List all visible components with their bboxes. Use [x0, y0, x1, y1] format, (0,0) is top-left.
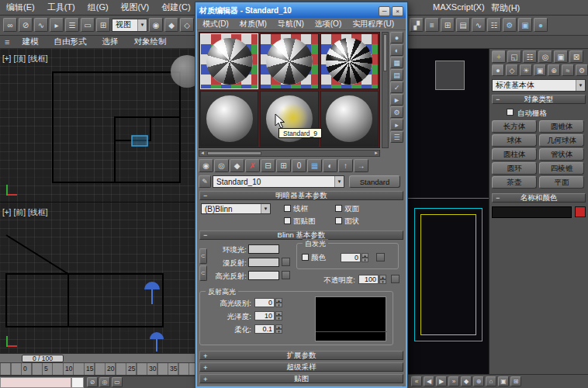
- soften-field[interactable]: 0.1: [254, 324, 275, 334]
- ribbon-tab-object-paint[interactable]: 对象绘制: [126, 35, 174, 49]
- viewport-top[interactable]: [+][顶][线框]: [0, 49, 195, 203]
- time-slider-track[interactable]: 0 / 100: [0, 353, 195, 363]
- viewport-front[interactable]: [+][前][线框]: [0, 203, 195, 353]
- tab-display-icon[interactable]: ▣: [554, 50, 568, 63]
- face-map-checkbox[interactable]: [284, 217, 291, 224]
- select-object-icon[interactable]: ▸: [50, 18, 64, 32]
- viewport-perspective[interactable]: [407, 49, 489, 374]
- menu-edit[interactable]: 编辑(E): [0, 0, 41, 16]
- viewport-view-name[interactable]: [顶]: [13, 54, 26, 63]
- unlink-selection-icon[interactable]: ⊘: [19, 18, 33, 32]
- viewport-shading-mode[interactable]: [线框]: [28, 54, 48, 63]
- assign-material-icon[interactable]: ◆: [230, 159, 244, 172]
- category-spacewarps-icon[interactable]: ≈: [562, 64, 574, 76]
- menu-utilities[interactable]: 实用程序(U): [347, 19, 399, 29]
- category-geometry-icon[interactable]: ●: [492, 64, 504, 76]
- reference-coordinate-dropdown[interactable]: 视图 ▼: [112, 19, 147, 32]
- material-slot[interactable]: [320, 91, 379, 147]
- button-plane[interactable]: 平面: [539, 176, 584, 189]
- bind-to-spacewarp-icon[interactable]: ∿: [34, 18, 48, 32]
- object-type-rollout[interactable]: − 对象类型: [492, 95, 586, 104]
- tab-modify-icon[interactable]: ◱: [507, 50, 521, 63]
- get-material-icon[interactable]: ◉: [199, 159, 213, 172]
- ribbon-tab-freeform[interactable]: 自由形式: [46, 35, 94, 49]
- snap-toggle-icon[interactable]: ◇: [180, 18, 194, 32]
- glossiness-spinner[interactable]: ▴ ▾: [275, 311, 282, 320]
- spinner-down-icon[interactable]: ▾: [275, 329, 282, 334]
- put-to-library-icon[interactable]: ⊞: [276, 159, 291, 172]
- go-forward-to-sibling-icon[interactable]: →: [354, 159, 368, 172]
- button-box[interactable]: 长方体: [492, 120, 537, 133]
- category-cameras-icon[interactable]: ▣: [534, 64, 546, 76]
- show-map-in-viewport-icon[interactable]: ▦: [307, 159, 322, 172]
- go-to-parent-icon[interactable]: ↑: [338, 159, 353, 172]
- category-lights-icon[interactable]: ☀: [520, 64, 532, 76]
- scrollbar-thumb[interactable]: [207, 151, 261, 155]
- layer-manager-icon[interactable]: ⊞: [441, 18, 455, 32]
- category-shapes-icon[interactable]: ◇: [506, 64, 518, 76]
- self-illum-color-checkbox[interactable]: [302, 254, 309, 261]
- select-manipulate-icon[interactable]: ◆: [164, 18, 178, 32]
- menu-navigation[interactable]: 导航(N): [272, 19, 310, 29]
- pick-material-icon[interactable]: ✎: [199, 175, 211, 188]
- maximize-viewport-icon[interactable]: ⊞: [510, 376, 521, 386]
- minimize-icon[interactable]: ─: [379, 6, 390, 16]
- maxscript-mini-listener[interactable]: [0, 377, 71, 388]
- tab-create-icon[interactable]: +: [492, 50, 506, 63]
- material-id-channel-icon[interactable]: 0: [292, 159, 306, 172]
- button-cylinder[interactable]: 圆柱体: [492, 148, 537, 161]
- isolate-selection-icon[interactable]: ▭: [112, 377, 123, 387]
- schematic-view-icon[interactable]: ☷: [487, 18, 501, 32]
- select-by-material-icon[interactable]: ▸: [390, 119, 403, 130]
- material-slot[interactable]: [320, 33, 379, 89]
- scroll-right-icon[interactable]: ►: [374, 151, 379, 155]
- soften-spinner[interactable]: ▴ ▾: [275, 324, 282, 334]
- select-and-link-icon[interactable]: ∞: [3, 18, 17, 32]
- specular-level-field[interactable]: 0: [254, 298, 275, 307]
- go-to-end-icon[interactable]: »: [448, 376, 459, 386]
- menu-maxscript[interactable]: MAXScript(X): [427, 0, 491, 14]
- button-tube[interactable]: 管状体: [539, 148, 584, 161]
- video-color-check-icon[interactable]: ✓: [390, 81, 403, 93]
- viewport-menu-plus[interactable]: [+]: [2, 208, 11, 217]
- menu-create[interactable]: 创建(C): [155, 0, 196, 16]
- material-slot[interactable]: [200, 33, 258, 89]
- reset-map-icon[interactable]: ✗: [245, 159, 260, 172]
- specular-level-spinner[interactable]: ▴ ▾: [275, 298, 282, 307]
- glossiness-field[interactable]: 10: [254, 311, 275, 320]
- button-cone[interactable]: 圆锥体: [539, 120, 584, 133]
- key-mode-icon[interactable]: ◆: [461, 376, 472, 386]
- sample-type-icon[interactable]: ●: [390, 32, 403, 43]
- material-slot[interactable]: [260, 91, 318, 147]
- make-preview-icon[interactable]: ►: [390, 94, 403, 106]
- material-type-button[interactable]: Standard: [349, 175, 400, 188]
- put-material-icon[interactable]: ◎: [214, 159, 229, 172]
- tab-hierarchy-icon[interactable]: ☷: [523, 50, 537, 63]
- diffuse-color-swatch[interactable]: [248, 258, 279, 267]
- menu-views[interactable]: 视图(V): [115, 0, 156, 16]
- show-end-result-icon[interactable]: ◐: [323, 159, 337, 172]
- material-slot[interactable]: [200, 91, 258, 147]
- supersampling-rollout[interactable]: + 超级采样: [199, 362, 403, 372]
- spinner-down-icon[interactable]: ▾: [361, 258, 368, 262]
- object-name-field[interactable]: [492, 206, 572, 218]
- shader-type-dropdown[interactable]: (B)Blinn ▼: [201, 203, 271, 214]
- ambient-diffuse-lock-icon[interactable]: ⊂: [199, 248, 207, 264]
- tab-motion-icon[interactable]: ◎: [538, 50, 552, 63]
- tab-utilities-icon[interactable]: ⊠: [569, 50, 583, 63]
- menu-modes[interactable]: 模式(D): [197, 19, 234, 29]
- zoom-icon[interactable]: ⊕: [473, 376, 484, 386]
- material-map-navigator-icon[interactable]: ☰: [390, 131, 403, 143]
- select-by-name-icon[interactable]: ☰: [65, 18, 79, 32]
- specular-color-swatch[interactable]: [248, 271, 279, 280]
- maps-rollout[interactable]: + 贴图: [199, 374, 403, 383]
- material-slot[interactable]: [260, 33, 318, 89]
- viewport-view-name[interactable]: [前]: [13, 208, 26, 217]
- zoom-extents-icon[interactable]: ▣: [498, 376, 509, 386]
- autogrid-checkbox[interactable]: [507, 109, 514, 116]
- make-unique-icon[interactable]: ⊟: [261, 159, 275, 172]
- ribbon-tab-modeling[interactable]: 建模: [14, 35, 46, 49]
- faceted-checkbox[interactable]: [335, 217, 342, 224]
- track-bar[interactable]: 0 5 10 15 20 25 30 35: [0, 363, 195, 376]
- menu-tools[interactable]: 工具(T): [41, 0, 81, 16]
